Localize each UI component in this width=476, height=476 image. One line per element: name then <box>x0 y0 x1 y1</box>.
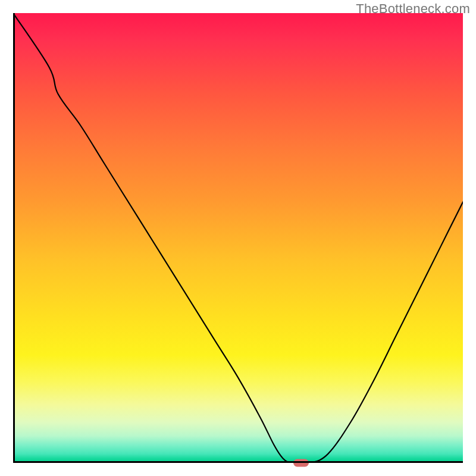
watermark: TheBottleneck.com <box>356 1 470 17</box>
bottleneck-curve <box>13 13 463 463</box>
chart-area <box>13 13 463 463</box>
optimal-point-marker <box>293 459 309 467</box>
